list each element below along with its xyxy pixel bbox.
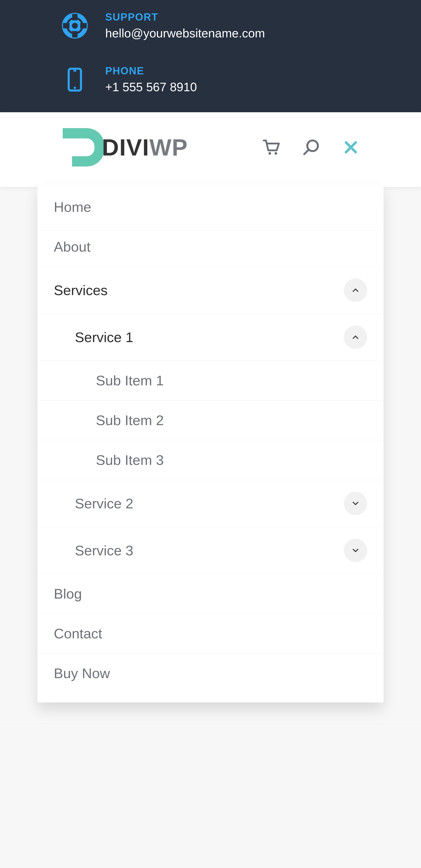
menu-item-blog[interactable]: Blog — [37, 574, 384, 614]
site-header: DIVIWP — [0, 112, 421, 187]
svg-line-12 — [304, 150, 309, 154]
svg-point-9 — [269, 152, 271, 155]
svg-point-8 — [74, 87, 76, 89]
logo-mark-icon — [61, 126, 108, 168]
cart-icon[interactable] — [262, 138, 281, 157]
support-email[interactable]: hello@yourwebsitename.com — [105, 26, 265, 40]
menu-item-service-2[interactable]: Service 2 — [37, 480, 384, 527]
menu-item-service-1[interactable]: Service 1 — [37, 314, 384, 361]
chevron-down-icon[interactable] — [344, 539, 367, 562]
menu-item-contact[interactable]: Contact — [37, 614, 384, 654]
lifebuoy-icon — [61, 12, 89, 40]
support-block: SUPPORT hello@yourwebsitename.com — [61, 7, 398, 44]
top-info-bar: SUPPORT hello@yourwebsitename.com PHONE … — [0, 0, 421, 112]
close-icon[interactable] — [341, 138, 360, 157]
site-logo[interactable]: DIVIWP — [61, 126, 188, 168]
support-label: SUPPORT — [105, 11, 265, 23]
menu-item-sub-2[interactable]: Sub Item 2 — [37, 401, 384, 440]
menu-item-service-3[interactable]: Service 3 — [37, 527, 384, 574]
menu-item-services[interactable]: Services — [37, 267, 384, 314]
menu-item-sub-1[interactable]: Sub Item 1 — [37, 361, 384, 401]
chevron-up-icon[interactable] — [344, 326, 367, 349]
page-body — [0, 723, 421, 868]
logo-text: DIVIWP — [102, 134, 188, 161]
mobile-icon — [61, 65, 89, 94]
phone-number[interactable]: +1 555 567 8910 — [105, 80, 197, 94]
menu-item-about[interactable]: About — [37, 227, 384, 267]
phone-block: PHONE +1 555 567 8910 — [61, 61, 398, 98]
menu-item-sub-3[interactable]: Sub Item 3 — [37, 440, 384, 480]
chevron-up-icon[interactable] — [344, 279, 367, 302]
chevron-down-icon[interactable] — [344, 492, 367, 515]
header-icon-group — [262, 138, 360, 157]
svg-point-1 — [70, 21, 80, 30]
search-icon[interactable] — [302, 138, 321, 157]
mobile-menu-panel: Home About Services Service 1 Sub Item 1… — [37, 185, 384, 703]
svg-point-10 — [275, 152, 277, 155]
menu-item-buy-now[interactable]: Buy Now — [37, 654, 384, 693]
menu-item-home[interactable]: Home — [37, 187, 384, 227]
phone-label: PHONE — [105, 65, 197, 77]
